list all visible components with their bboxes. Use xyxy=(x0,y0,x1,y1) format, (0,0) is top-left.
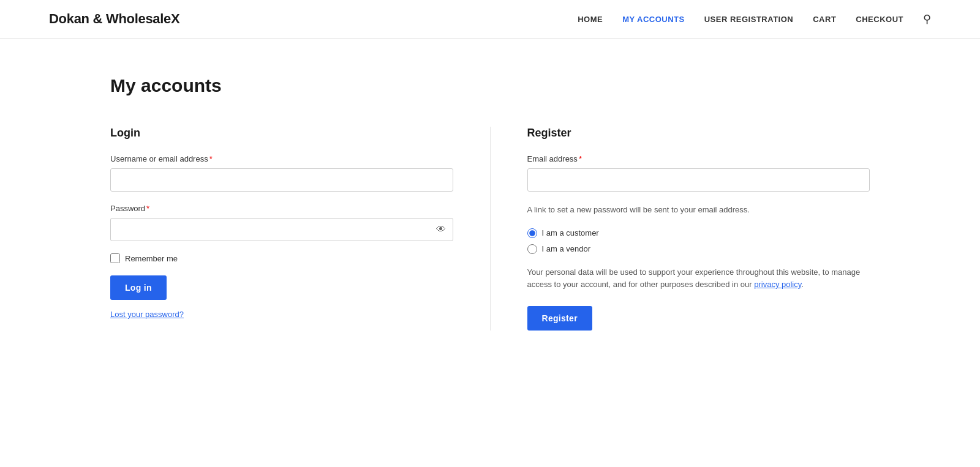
role-radio-group: I am a customer I am a vendor xyxy=(527,228,870,254)
password-wrapper: 👁 xyxy=(110,218,453,241)
remember-me-group: Remember me xyxy=(110,253,453,263)
search-icon[interactable]: ⚲ xyxy=(923,12,931,26)
username-input[interactable] xyxy=(110,168,453,192)
nav-user-registration[interactable]: USER REGISTRATION xyxy=(704,15,794,24)
password-field-group: Password* 👁 xyxy=(110,204,453,241)
username-field-group: Username or email address* xyxy=(110,154,453,192)
password-label: Password* xyxy=(110,204,453,213)
privacy-policy-link[interactable]: privacy policy xyxy=(754,280,801,289)
login-button[interactable]: Log in xyxy=(110,275,167,300)
login-section: Login Username or email address* Passwor… xyxy=(110,127,453,331)
vendor-radio-label[interactable]: I am a vendor xyxy=(542,244,591,253)
column-divider xyxy=(490,127,491,331)
register-heading: Register xyxy=(527,127,870,140)
username-required: * xyxy=(209,154,213,163)
email-helper-text: A link to set a new password will be sen… xyxy=(527,204,870,216)
nav-checkout[interactable]: CHECKOUT xyxy=(856,15,903,24)
site-title: Dokan & WholesaleX xyxy=(49,11,179,27)
page-title: My accounts xyxy=(110,75,870,96)
email-field-group: Email address* xyxy=(527,154,870,192)
register-section: Register Email address* A link to set a … xyxy=(527,127,870,331)
login-heading: Login xyxy=(110,127,453,140)
password-input[interactable] xyxy=(110,218,453,241)
nav-home[interactable]: HOME xyxy=(578,15,603,24)
email-label: Email address* xyxy=(527,154,870,163)
register-button[interactable]: Register xyxy=(527,306,592,331)
remember-me-checkbox[interactable] xyxy=(110,253,120,263)
lost-password-link[interactable]: Lost your password? xyxy=(110,310,453,319)
main-nav: HOME MY ACCOUNTS USER REGISTRATION CART … xyxy=(578,12,931,26)
email-required: * xyxy=(579,154,582,163)
vendor-radio-option: I am a vendor xyxy=(527,244,870,254)
username-label: Username or email address* xyxy=(110,154,453,163)
customer-radio-label[interactable]: I am a customer xyxy=(542,228,599,237)
nav-my-accounts[interactable]: MY ACCOUNTS xyxy=(622,15,685,24)
customer-radio-option: I am a customer xyxy=(527,228,870,238)
privacy-text: Your personal data will be used to suppo… xyxy=(527,266,870,292)
vendor-radio[interactable] xyxy=(527,244,537,254)
nav-cart[interactable]: CART xyxy=(813,15,836,24)
password-required: * xyxy=(146,204,149,213)
toggle-password-icon[interactable]: 👁 xyxy=(436,224,446,235)
email-input[interactable] xyxy=(527,168,870,192)
customer-radio[interactable] xyxy=(527,228,537,238)
remember-me-label[interactable]: Remember me xyxy=(125,254,178,263)
